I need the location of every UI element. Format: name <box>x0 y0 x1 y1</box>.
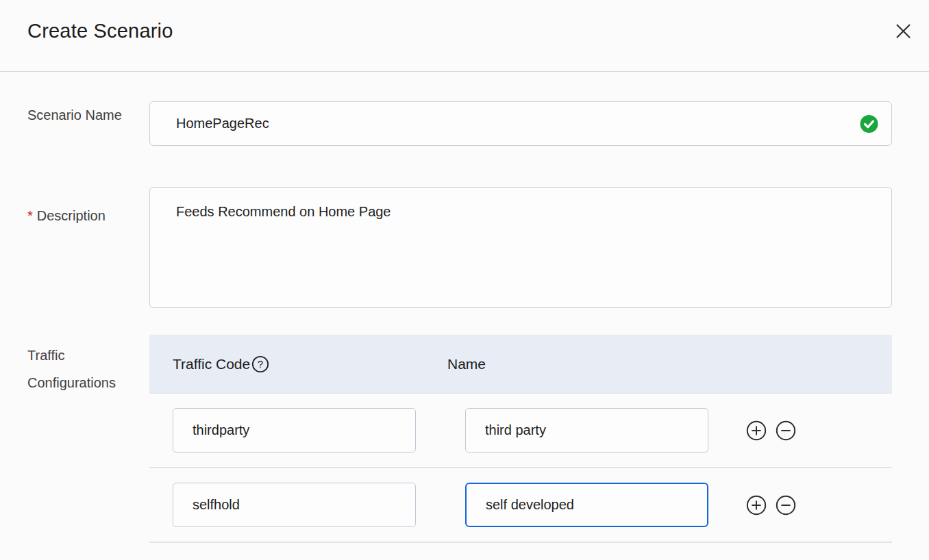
minus-circle-icon <box>776 495 796 516</box>
add-row-button[interactable] <box>746 420 767 441</box>
scenario-name-input[interactable] <box>149 101 892 146</box>
traffic-code-header-cell: Traffic Code ? <box>149 355 442 373</box>
page-title: Create Scenario <box>27 20 173 52</box>
traffic-code-input[interactable] <box>173 483 416 527</box>
name-cell <box>442 408 739 453</box>
traffic-table-row <box>149 394 892 468</box>
create-scenario-modal: Create Scenario Scenario Name *Descr <box>0 0 929 560</box>
svg-text:?: ? <box>258 359 263 370</box>
row-actions <box>739 495 892 516</box>
name-input[interactable] <box>465 483 708 527</box>
traffic-configurations-label: Traffic Configurations <box>27 335 149 543</box>
add-row-button[interactable] <box>746 495 767 516</box>
traffic-code-cell <box>149 483 442 527</box>
traffic-table-header: Traffic Code ? Name <box>149 335 892 394</box>
traffic-table: Traffic Code ? Name <box>149 335 892 543</box>
check-circle-icon <box>860 114 878 133</box>
description-label: *Description <box>27 187 149 308</box>
traffic-table-body <box>149 394 892 543</box>
traffic-code-header-label: Traffic Code <box>173 356 250 372</box>
name-header-label: Name <box>447 356 486 372</box>
scenario-name-row: Scenario Name <box>0 101 929 146</box>
name-cell <box>442 483 739 527</box>
description-row: *Description Feeds Recommend on Home Pag… <box>0 187 929 308</box>
scenario-name-input-wrap <box>149 101 892 146</box>
required-asterisk: * <box>27 208 33 223</box>
close-button[interactable] <box>889 17 917 44</box>
description-label-text: Description <box>37 208 106 223</box>
name-header-cell: Name <box>442 356 739 372</box>
minus-circle-icon <box>776 420 796 441</box>
scenario-name-label: Scenario Name <box>27 101 149 146</box>
traffic-table-row <box>149 468 892 543</box>
traffic-code-input[interactable] <box>173 408 416 453</box>
traffic-code-cell <box>149 408 442 453</box>
plus-circle-icon <box>746 420 767 441</box>
modal-header: Create Scenario <box>0 0 929 72</box>
close-icon <box>894 22 913 40</box>
description-textarea[interactable]: Feeds Recommend on Home Page <box>149 187 892 308</box>
plus-circle-icon <box>746 495 767 516</box>
traffic-configurations-row: Traffic Configurations Traffic Code ? Na… <box>0 335 929 543</box>
row-actions <box>739 420 892 441</box>
help-question-icon[interactable]: ? <box>251 355 269 373</box>
name-input[interactable] <box>465 408 708 453</box>
remove-row-button[interactable] <box>776 495 796 516</box>
remove-row-button[interactable] <box>776 420 796 441</box>
